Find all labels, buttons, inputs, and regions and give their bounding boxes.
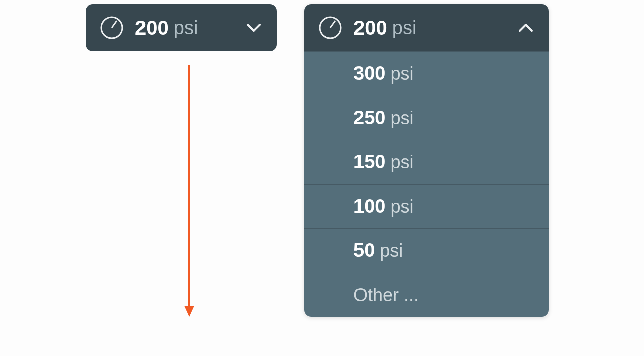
selected-value: 200 [135, 17, 169, 39]
option-unit: psi [380, 240, 403, 261]
option-item[interactable]: 100 psi [304, 184, 549, 228]
option-value: 250 [353, 107, 385, 129]
option-other-label: Other ... [353, 285, 419, 306]
option-unit: psi [390, 152, 413, 173]
chevron-down-icon [245, 19, 263, 37]
option-item[interactable]: 50 psi [304, 228, 549, 273]
option-value: 100 [353, 196, 385, 217]
selected-unit: psi [392, 17, 417, 39]
option-list: 300 psi 250 psi 150 psi 100 psi 50 psi O… [304, 51, 549, 317]
pressure-dropdown-closed[interactable]: 200 psi [86, 4, 277, 51]
option-item[interactable]: 150 psi [304, 140, 549, 184]
option-item[interactable]: 300 psi [304, 51, 549, 96]
option-value: 300 [353, 63, 385, 84]
svg-line-5 [330, 21, 335, 28]
option-unit: psi [390, 108, 413, 129]
selected-unit: psi [174, 17, 198, 39]
option-value: 50 [353, 240, 375, 261]
pressure-dropdown-open: 200 psi 300 psi 250 psi 150 psi 100 psi … [304, 4, 549, 317]
gauge-icon [318, 16, 342, 40]
option-item-other[interactable]: Other ... [304, 273, 549, 317]
selected-value: 200 [353, 17, 387, 39]
transition-arrow [183, 65, 195, 317]
svg-line-1 [112, 21, 117, 28]
dropdown-header[interactable]: 200 psi [304, 4, 549, 51]
chevron-up-icon [517, 19, 535, 37]
svg-marker-3 [184, 306, 194, 317]
option-item[interactable]: 250 psi [304, 96, 549, 140]
option-value: 150 [353, 151, 385, 173]
option-unit: psi [390, 196, 413, 217]
gauge-icon [100, 16, 124, 40]
option-unit: psi [390, 63, 413, 84]
